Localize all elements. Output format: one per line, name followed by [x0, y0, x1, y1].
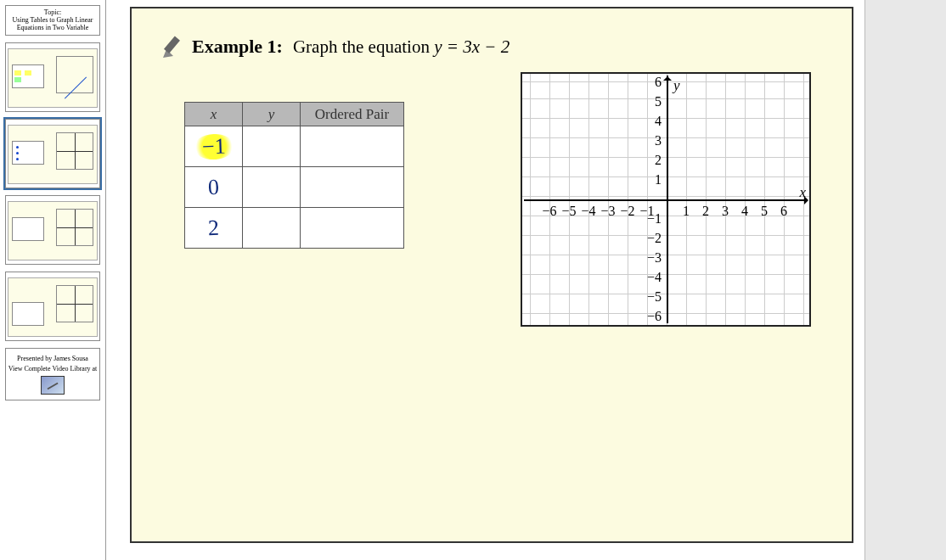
tick-label: 1 [683, 204, 690, 219]
x-axis [524, 199, 808, 201]
app-root: Topic: Using Tables to Graph Linear Equa… [0, 0, 946, 560]
cell-y-1 [243, 167, 301, 208]
tick-label: −6 [542, 204, 556, 219]
table-header-y: y [243, 103, 301, 126]
y-axis [667, 76, 668, 323]
cell-pair-0 [301, 126, 404, 167]
thumbnail-4[interactable] [5, 195, 100, 265]
example-label: Example 1: [192, 36, 283, 58]
credits-presented-by: Presented by James Sousa [8, 354, 98, 363]
tick-label: 1 [655, 172, 662, 188]
tick-label: 3 [655, 133, 662, 148]
example-prompt-prefix: Graph the equation [293, 36, 434, 57]
tick-label: −5 [647, 289, 662, 305]
table-row: −1 [185, 126, 404, 167]
tick-label: −2 [620, 204, 634, 219]
credits-view-library: View Complete Video Library at [8, 364, 98, 373]
cell-pair-2 [301, 208, 404, 249]
thumbnail-1-title[interactable]: Topic: Using Tables to Graph Linear Equa… [5, 5, 100, 36]
cell-y-2 [243, 208, 301, 249]
cell-pair-1 [301, 167, 404, 208]
tick-label: 5 [761, 204, 768, 219]
tick-label: 5 [655, 94, 662, 109]
tick-label: −4 [581, 204, 595, 219]
table-row: 2 [185, 208, 404, 249]
tick-label: −4 [647, 270, 662, 285]
slide-thumbnail-panel: Topic: Using Tables to Graph Linear Equa… [0, 0, 106, 560]
tick-label: 3 [722, 204, 729, 219]
cell-x-0: −1 [193, 133, 234, 160]
thumbnail-2[interactable] [5, 42, 100, 112]
tick-label: 2 [702, 204, 709, 219]
thumbnail-3-current[interactable] [5, 119, 100, 188]
tick-label: −3 [600, 204, 615, 219]
example-equation: y = 3x − 2 [434, 36, 510, 57]
y-axis-label: y [673, 77, 680, 94]
tick-label: −6 [647, 309, 662, 324]
coordinate-grid: y x −6−5−4−3−2−1123456123456−1−2−3−4−5−6 [521, 72, 811, 327]
tick-label: −3 [647, 250, 662, 266]
arrow-up-icon [663, 72, 672, 81]
logo-icon [41, 376, 65, 395]
cell-x-1: 0 [207, 174, 219, 199]
slide-canvas: Example 1: Graph the equation y = 3x − 2… [130, 7, 853, 543]
tick-label: −1 [647, 211, 662, 227]
tick-label: 4 [655, 114, 662, 129]
right-gutter [864, 0, 946, 560]
table-row: 0 [185, 167, 404, 208]
main-slide-area: Example 1: Graph the equation y = 3x − 2… [106, 0, 946, 560]
cell-y-0 [243, 126, 301, 167]
svg-rect-1 [164, 36, 180, 53]
tick-label: 6 [780, 204, 787, 219]
topic-text: Using Tables to Graph Linear Equations i… [8, 17, 98, 32]
thumbnail-5[interactable] [5, 272, 100, 341]
table-header-ordered-pair: Ordered Pair [301, 103, 404, 126]
example-prompt: Graph the equation y = 3x − 2 [293, 36, 510, 58]
thumbnail-6-credits[interactable]: Presented by James Sousa View Complete V… [5, 348, 100, 400]
table-header-x: x [185, 103, 243, 126]
tick-label: −5 [561, 204, 576, 219]
tick-label: 4 [741, 204, 748, 219]
tick-label: −2 [647, 231, 662, 246]
value-table: x y Ordered Pair −1 [184, 102, 404, 249]
pencil-icon [161, 34, 187, 59]
example-heading: Example 1: Graph the equation y = 3x − 2 [161, 34, 510, 59]
x-axis-label: x [799, 184, 806, 201]
tick-label: 6 [655, 75, 662, 90]
tick-label: 2 [655, 153, 662, 168]
cell-x-2: 2 [207, 215, 219, 240]
